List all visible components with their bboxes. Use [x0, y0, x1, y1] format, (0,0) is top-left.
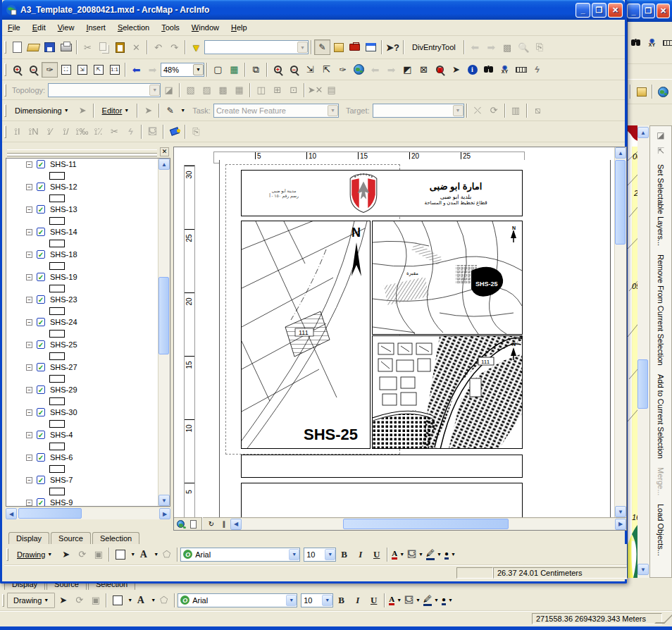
select-elements-icon[interactable]: ➤ [448, 62, 464, 78]
selection-menu-item[interactable]: Set Selectable Layers... [657, 164, 665, 246]
layer-symbol[interactable] [49, 330, 65, 338]
zoom-to-selected-icon[interactable]: ▣ [432, 62, 448, 78]
layout-vscrollbar[interactable]: ▲ ▼ [614, 147, 626, 517]
open-icon[interactable] [25, 39, 42, 55]
find-icon[interactable] [480, 62, 497, 78]
layer-visibility-checkbox[interactable]: ✓ [37, 273, 45, 281]
line-color-button[interactable]: 🖉▼ [425, 548, 443, 562]
arccatalog-icon[interactable] [330, 39, 347, 55]
full-extent-globe-icon[interactable] [351, 62, 367, 78]
text-tool-icon[interactable]: A [135, 547, 151, 562]
collapse-icon[interactable]: − [26, 387, 32, 393]
toc-tab[interactable]: Display [8, 532, 49, 544]
collapse-icon[interactable]: − [26, 161, 32, 168]
titlebar[interactable]: A3_Template_20080421.mxd - ArcMap - ArcI… [2, 0, 625, 20]
italic-button[interactable]: I [349, 593, 366, 608]
selection-menu-item[interactable]: Merge... [657, 467, 665, 495]
layer-name[interactable]: SHS-24 [50, 318, 77, 326]
layer-name[interactable]: SHS-25 [50, 340, 77, 349]
layer-name[interactable]: SHS-14 [50, 228, 77, 236]
layout-page[interactable]: مدينة ابو ضبى رسم رقم ١٥٠ - أ امارة ابو … [219, 160, 611, 531]
collapse-icon[interactable]: − [26, 184, 32, 190]
shape-picker-icon[interactable] [109, 593, 125, 608]
template-header-frame[interactable]: مدينة ابو ضبى رسم رقم ١٥٠ - أ امارة ابو … [241, 170, 523, 216]
collapse-icon[interactable]: − [26, 455, 32, 461]
collapse-icon[interactable]: − [26, 252, 32, 258]
scroll-thumb[interactable] [637, 359, 648, 409]
marker-color-button[interactable]: ●▼ [443, 548, 457, 562]
layer-name[interactable]: SHS-30 [50, 408, 77, 416]
toc-drag-handle[interactable] [7, 149, 157, 154]
command-window-icon[interactable] [363, 39, 379, 55]
layer-symbol[interactable] [49, 420, 65, 428]
attribute-table-icon[interactable] [633, 84, 649, 99]
toggle-draft-mode-icon[interactable]: ⧉ [248, 62, 264, 78]
scroll-down-icon[interactable]: ▼ [615, 506, 626, 517]
layer-name[interactable]: SHS-7 [50, 476, 73, 484]
add-data-icon[interactable]: ▼ [188, 39, 204, 55]
menu-item[interactable]: Edit [32, 23, 46, 32]
scroll-thumb[interactable] [615, 160, 626, 245]
maximize-button[interactable]: ❐ [592, 3, 606, 18]
underline-button[interactable]: U [368, 547, 385, 562]
italic-button[interactable]: I [352, 547, 368, 562]
fixed-zoom-out-icon[interactable]: ⇱ [318, 62, 335, 78]
layer-visibility-checkbox[interactable]: ✓ [37, 250, 45, 259]
layer-symbol[interactable] [49, 488, 65, 495]
zoom-in-icon[interactable]: + [9, 62, 25, 78]
layer-visibility-checkbox[interactable]: ✓ [37, 183, 45, 191]
minimize-button[interactable]: _ [575, 3, 590, 18]
layer-visibility-checkbox[interactable]: ✓ [37, 363, 45, 371]
layer-symbol[interactable] [49, 240, 65, 247]
font-size-combo[interactable]: 10 ▼ [304, 548, 336, 562]
layer-symbol[interactable] [49, 194, 65, 202]
refresh-view-icon[interactable]: ↻ [205, 519, 218, 530]
layer-name[interactable]: SHS-29 [50, 385, 77, 394]
underline-button[interactable]: U [366, 593, 382, 608]
layer-visibility-checkbox[interactable]: ✓ [37, 498, 45, 507]
collapse-icon[interactable]: − [26, 432, 32, 438]
menu-item[interactable]: Selection [118, 23, 149, 32]
collapse-icon[interactable]: − [26, 409, 32, 416]
scroll-right-icon[interactable]: ▶ [615, 519, 626, 530]
fixed-zoom-in-icon[interactable]: ⇲ [302, 62, 318, 78]
layer-visibility-checkbox[interactable]: ✓ [37, 408, 45, 416]
layer-name[interactable]: SHS-4 [50, 431, 73, 439]
save-icon[interactable] [42, 39, 58, 55]
text-tool-icon[interactable]: A [132, 593, 149, 608]
measure-icon[interactable] [660, 35, 672, 51]
collapse-icon[interactable]: − [26, 500, 32, 506]
layer-symbol[interactable] [49, 172, 65, 180]
back-maximize-button[interactable]: ❐ [642, 4, 655, 18]
whats-this-help-icon[interactable]: ➤? [385, 39, 401, 55]
bold-button[interactable]: B [336, 547, 352, 562]
back-minimize-button[interactable]: _ [627, 4, 640, 18]
font-color-button[interactable]: A▼ [390, 548, 406, 562]
select-elements-icon[interactable]: ➤ [58, 547, 74, 562]
collapse-icon[interactable]: − [26, 297, 32, 303]
collapse-icon[interactable]: − [26, 229, 32, 235]
identify-icon[interactable]: i [464, 62, 480, 78]
layer-name[interactable]: SHS-27 [50, 363, 77, 371]
go-to-xy-icon[interactable]: ◉XY [497, 62, 513, 78]
zoom-extent-icon[interactable]: ⇱ [90, 62, 106, 78]
toc-close-icon[interactable]: ✕ [160, 147, 169, 156]
zoom-100-icon[interactable]: 1:1 [106, 62, 123, 78]
layer-name[interactable]: SHS-6 [50, 453, 73, 462]
toc-vscrollbar[interactable]: ▲ ▼ [158, 159, 170, 506]
layer-visibility-checkbox[interactable]: ✓ [37, 295, 45, 304]
print-icon[interactable] [58, 39, 74, 55]
font-combo[interactable]: O Arial ▼ [180, 548, 300, 562]
layout-hscrollbar[interactable]: ◀ ▶ [230, 519, 626, 530]
pan-layout-icon[interactable]: ✑ [42, 62, 58, 78]
scroll-thumb[interactable] [158, 277, 169, 354]
back-map-vscrollbar[interactable]: ▲ ▼ [637, 125, 649, 578]
layer-visibility-checkbox[interactable]: ✓ [37, 453, 45, 462]
bold-button[interactable]: B [333, 593, 349, 608]
layer-name[interactable]: SHS-23 [50, 295, 77, 304]
layer-visibility-checkbox[interactable]: ✓ [37, 385, 45, 394]
layer-name[interactable]: SHS-11 [50, 160, 77, 168]
tools-zoom-in-icon[interactable]: + [270, 62, 286, 78]
select-elements-icon[interactable]: ➤ [55, 593, 71, 608]
zoom-percent-combo[interactable]: 48% ▼ [161, 63, 204, 77]
